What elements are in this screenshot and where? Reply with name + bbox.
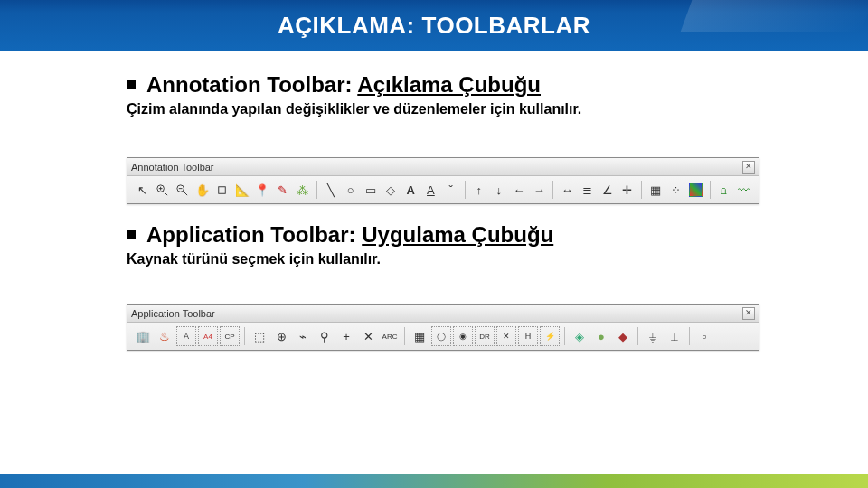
zoom-out-icon[interactable]: [173, 180, 191, 200]
caret-icon[interactable]: ˇ: [441, 180, 459, 200]
box-cp-icon[interactable]: CP: [220, 326, 240, 346]
grid-icon[interactable]: ▦: [410, 326, 429, 346]
plus-icon[interactable]: +: [336, 326, 356, 346]
annotation-toolbar-window: Annotation Toolbar ✕ ↖ ✋ 📐 📍 ✎ ⁂ ╲ ○ ▭ ◇…: [127, 157, 760, 204]
separator-icon: [465, 181, 466, 199]
crop-icon[interactable]: [213, 180, 231, 200]
ground2-icon[interactable]: ⟂: [665, 326, 684, 346]
text-icon[interactable]: A: [401, 180, 420, 200]
arrow-up-icon[interactable]: ↑: [470, 180, 488, 200]
heading-translation: Açıklama Çubuğu: [357, 72, 541, 97]
section-heading-annotation: Annotation Toolbar: Açıklama Çubuğu: [127, 72, 760, 98]
slide-title: AÇIKLAMA: TOOLBARLAR: [278, 12, 590, 40]
toolbar-titlebar: Annotation Toolbar ✕: [127, 158, 759, 176]
pushpin-icon[interactable]: 📍: [253, 180, 271, 200]
box-o2-icon[interactable]: ◉: [453, 326, 473, 346]
close-icon[interactable]: ✕: [742, 161, 755, 174]
separator-icon: [641, 181, 642, 199]
close-icon[interactable]: ✕: [742, 307, 755, 320]
separator-icon: [710, 181, 711, 199]
nodes-icon[interactable]: ⁘: [666, 180, 684, 200]
slide-content: Annotation Toolbar: Açıklama Çubuğu Çizi…: [0, 51, 868, 351]
circle-icon[interactable]: ○: [342, 180, 360, 200]
pointer-icon[interactable]: ↖: [133, 180, 151, 200]
section-desc-application: Kaynak türünü seçmek için kullanılır.: [127, 251, 760, 267]
line-icon[interactable]: ╲: [321, 180, 339, 200]
angle-icon[interactable]: ∠: [599, 180, 617, 200]
colors-icon[interactable]: [689, 183, 703, 197]
section-desc-annotation: Çizim alanında yapılan değişiklikler ve …: [127, 101, 760, 117]
box-a-icon[interactable]: A: [176, 326, 196, 346]
wand2-icon[interactable]: ⚲: [315, 326, 335, 346]
box-a4-icon[interactable]: A4: [198, 326, 218, 346]
svg-line-5: [183, 191, 187, 195]
cube-icon[interactable]: ⬚: [250, 326, 269, 346]
application-toolbar-row: 🏢 ♨ A A4 CP ⬚ ⊕ ⌁ ⚲ + ✕ ARC ▦ ◯ ◉ DR ✕ H…: [127, 323, 759, 350]
grid-icon[interactable]: ▦: [646, 180, 665, 200]
box-end-icon[interactable]: ▫: [694, 326, 714, 346]
box-dr-icon[interactable]: DR: [475, 326, 495, 346]
heading-translation: Uygulama Çubuğu: [362, 222, 553, 247]
box-z-icon[interactable]: ⚡: [540, 326, 560, 346]
wand-icon[interactable]: ⁂: [293, 180, 311, 200]
separator-icon: [244, 327, 245, 345]
zoom-in-icon[interactable]: [153, 180, 171, 200]
cube-red-icon[interactable]: ◆: [613, 326, 633, 346]
section-heading-application: Application Toolbar: Uygulama Çubuğu: [127, 222, 760, 248]
box-o-icon[interactable]: ◯: [431, 326, 451, 346]
slide-header: AÇIKLAMA: TOOLBARLAR: [0, 0, 868, 51]
sphere-icon[interactable]: ●: [591, 326, 611, 346]
toolbar-titlebar: Application Toolbar ✕: [127, 305, 759, 323]
sparkline-icon[interactable]: ⩍: [715, 180, 733, 200]
box-x-icon[interactable]: ✕: [496, 326, 516, 346]
application-toolbar-window: Application Toolbar ✕ 🏢 ♨ A A4 CP ⬚ ⊕ ⌁ …: [127, 304, 760, 351]
crosshair-icon[interactable]: ✛: [618, 180, 637, 200]
building-icon[interactable]: 🏢: [133, 326, 153, 346]
box3d-icon[interactable]: ◈: [570, 326, 590, 346]
align-icon[interactable]: ≣: [578, 180, 596, 200]
ruler-icon[interactable]: 📐: [233, 180, 251, 200]
circle-plus-icon[interactable]: ⊕: [271, 326, 291, 346]
pen-icon[interactable]: ✎: [273, 180, 291, 200]
separator-icon: [689, 327, 690, 345]
toolbar-title-text: Annotation Toolbar: [131, 162, 214, 173]
arrow-left-icon[interactable]: ←: [510, 180, 528, 200]
rect-icon[interactable]: ▭: [362, 180, 380, 200]
separator-icon: [637, 327, 638, 345]
bullet-icon: [127, 80, 136, 89]
dimension-icon[interactable]: ↔: [558, 180, 576, 200]
separator-icon: [316, 181, 317, 199]
underline-icon[interactable]: A: [421, 180, 439, 200]
bullet-icon: [127, 230, 136, 239]
separator-icon: [552, 181, 553, 199]
pan-icon[interactable]: ✋: [193, 180, 212, 200]
heading-label: Application Toolbar:: [146, 222, 362, 247]
ground-icon[interactable]: ⏚: [643, 326, 663, 346]
flame-icon[interactable]: ♨: [155, 326, 175, 346]
box-h-icon[interactable]: H: [518, 326, 538, 346]
cross-icon[interactable]: ✕: [358, 326, 378, 346]
separator-icon: [404, 327, 405, 345]
separator-icon: [564, 327, 565, 345]
footer-stripe: [0, 474, 868, 488]
toolbar-title-text: Application Toolbar: [131, 308, 215, 319]
leaf-icon[interactable]: ⌁: [293, 326, 313, 346]
curve-icon[interactable]: 〰: [735, 180, 753, 200]
svg-rect-7: [219, 186, 226, 193]
polygon-icon[interactable]: ◇: [382, 180, 400, 200]
arc-icon[interactable]: ARC: [380, 326, 400, 346]
heading-label: Annotation Toolbar:: [146, 72, 357, 97]
arrow-down-icon[interactable]: ↓: [490, 180, 508, 200]
annotation-toolbar-row: ↖ ✋ 📐 📍 ✎ ⁂ ╲ ○ ▭ ◇ A A ˇ ↑ ↓ ← → ↔ ≣ ∠: [127, 176, 759, 203]
svg-line-1: [163, 191, 167, 195]
arrow-right-icon[interactable]: →: [530, 180, 548, 200]
